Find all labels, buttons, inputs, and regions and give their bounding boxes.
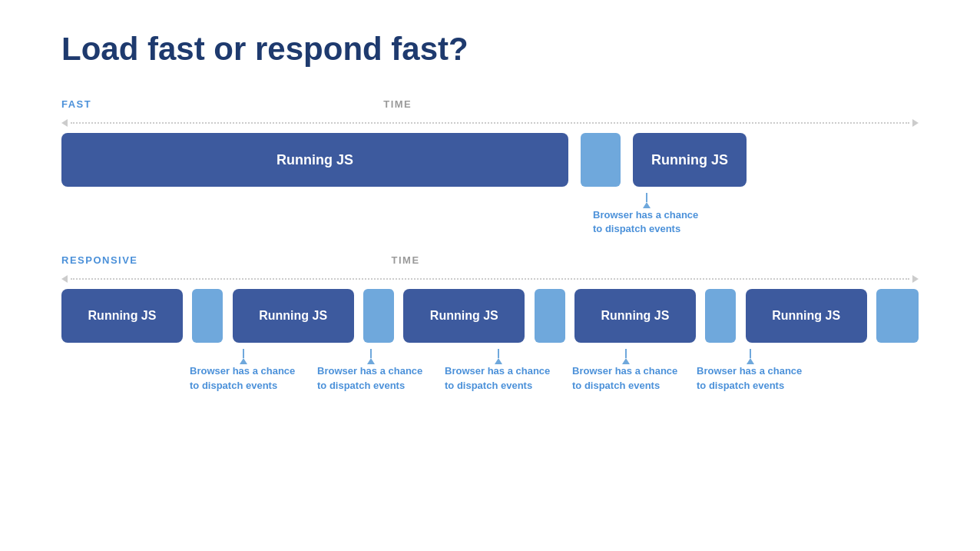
resp-ann-text-3: Browser has a chance to dispatch events: [445, 364, 552, 392]
fast-blocks-row: Running JS Running JS: [61, 133, 919, 187]
resp-annotation-5: Browser has a chance to dispatch events: [694, 349, 807, 392]
page-title: Load fast or respond fast?: [61, 31, 919, 68]
responsive-arrow-left: [61, 275, 68, 283]
fast-section: FAST TIME Running JS Running JS Browser …: [61, 98, 919, 236]
resp-ann-arrow-4: [622, 349, 630, 364]
resp-ann-line-1: [243, 349, 244, 358]
fast-js-block-main: Running JS: [61, 133, 568, 187]
fast-arrow-right: [912, 119, 919, 127]
responsive-arrow-right: [912, 275, 919, 283]
resp-gap-3: [535, 289, 565, 343]
resp-ann-line-4: [625, 349, 627, 358]
responsive-label: RESPONSIVE: [61, 254, 138, 266]
resp-js-2: Running JS: [233, 289, 354, 343]
resp-ann-arrow-2: [367, 349, 375, 364]
fast-annotation-arrowhead: [643, 202, 651, 208]
responsive-time-label: TIME: [392, 254, 420, 266]
resp-ann-arrow-3: [495, 349, 502, 364]
resp-gap-5: [876, 289, 919, 343]
resp-ann-arrow-5: [747, 349, 754, 364]
resp-ann-arrowhead-1: [240, 358, 247, 364]
responsive-blocks-row: Running JS Running JS Running JS Running…: [61, 289, 919, 343]
fast-gap-block: [581, 133, 621, 187]
resp-ann-arrowhead-3: [495, 358, 502, 364]
fast-timeline-arrow: [61, 119, 919, 127]
resp-ann-line-2: [370, 349, 372, 358]
fast-arrow-left: [61, 119, 68, 127]
resp-gap-2: [363, 289, 394, 343]
resp-ann-text-5: Browser has a chance to dispatch events: [697, 364, 804, 392]
resp-gap-4: [705, 289, 736, 343]
resp-ann-text-4: Browser has a chance to dispatch events: [572, 364, 680, 392]
responsive-annotations-row: Browser has a chance to dispatch events …: [61, 349, 919, 392]
fast-annotation-row: Browser has a chance to dispatch events: [61, 193, 919, 236]
fast-annotation-line: [646, 193, 647, 202]
fast-dotted-line: [71, 122, 909, 124]
resp-js-3: Running JS: [403, 289, 525, 343]
fast-time-label: TIME: [383, 98, 412, 110]
resp-ann-line-3: [498, 349, 499, 358]
fast-annotation: Browser has a chance to dispatch events: [593, 193, 700, 236]
resp-ann-arrowhead-2: [367, 358, 375, 364]
responsive-dotted-line: [71, 278, 909, 280]
resp-annotation-1: Browser has a chance to dispatch events: [187, 349, 300, 392]
fast-label: FAST: [61, 98, 91, 110]
resp-ann-spacer-2: [300, 349, 314, 392]
responsive-section: RESPONSIVE TIME Running JS Running JS Ru…: [61, 254, 919, 392]
resp-annotation-2: Browser has a chance to dispatch events: [314, 349, 428, 392]
resp-ann-text-2: Browser has a chance to dispatch events: [317, 364, 425, 392]
resp-js-5: Running JS: [746, 289, 867, 343]
fast-annotation-text: Browser has a chance to dispatch events: [593, 208, 700, 236]
resp-ann-spacer-4: [555, 349, 569, 392]
resp-ann-spacer-3: [428, 349, 442, 392]
resp-gap-1: [192, 289, 223, 343]
resp-ann-spacer-5: [683, 349, 694, 392]
resp-ann-spacer-1: [61, 349, 187, 392]
resp-js-4: Running JS: [574, 289, 696, 343]
resp-ann-text-1: Browser has a chance to dispatch events: [190, 364, 297, 392]
resp-ann-line-5: [750, 349, 751, 358]
resp-ann-arrow-1: [240, 349, 247, 364]
resp-js-1: Running JS: [61, 289, 183, 343]
resp-annotation-3: Browser has a chance to dispatch events: [442, 349, 555, 392]
responsive-header: RESPONSIVE TIME: [61, 254, 919, 271]
fast-annotation-arrow: [643, 193, 651, 208]
resp-ann-arrowhead-4: [622, 358, 630, 364]
fast-js-block-second: Running JS: [633, 133, 747, 187]
resp-ann-arrowhead-5: [747, 358, 754, 364]
resp-annotation-4: Browser has a chance to dispatch events: [569, 349, 683, 392]
fast-header: FAST TIME: [61, 98, 919, 115]
responsive-timeline-arrow: [61, 275, 919, 283]
